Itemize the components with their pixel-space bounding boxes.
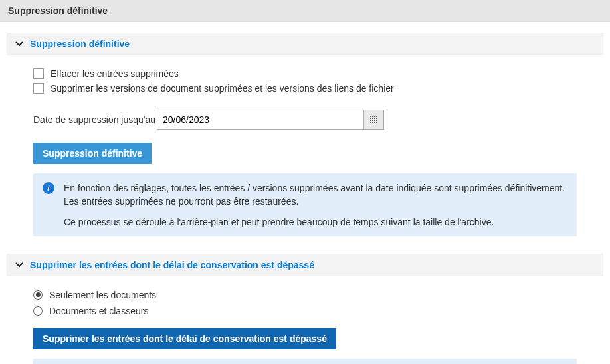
info-box: i Les entrées sont marquées comme étant … — [33, 359, 577, 364]
svg-rect-4 — [370, 118, 371, 119]
checkbox-icon — [33, 68, 44, 79]
radio-icon — [33, 290, 43, 300]
info-icon: i — [43, 182, 54, 194]
section-retention-expired: Supprimer les entrées dont le délai de c… — [7, 254, 603, 364]
permanent-delete-button[interactable]: Suppression définitive — [33, 143, 152, 164]
svg-rect-8 — [370, 120, 371, 121]
svg-rect-9 — [372, 120, 373, 121]
svg-rect-15 — [376, 122, 377, 123]
radio-icon — [33, 306, 43, 316]
info-text: En fonction des réglages, toutes les ent… — [64, 181, 567, 228]
info-paragraph: En fonction des réglages, toutes les ent… — [64, 181, 567, 209]
svg-rect-7 — [376, 118, 377, 119]
chevron-down-icon — [15, 40, 23, 48]
page-title: Suppression définitive — [0, 0, 610, 22]
chevron-down-icon — [15, 261, 23, 269]
date-row: Date de suppression jusqu'au — [33, 110, 577, 130]
section-header-retention-expired[interactable]: Supprimer les entrées dont le délai de c… — [7, 254, 603, 276]
svg-rect-2 — [374, 116, 375, 117]
checkbox-label: Supprimer les versions de document suppr… — [51, 83, 394, 94]
section-title: Supprimer les entrées dont le délai de c… — [30, 260, 314, 270]
svg-rect-1 — [372, 116, 373, 117]
checkbox-delete-versions[interactable]: Supprimer les versions de document suppr… — [33, 83, 577, 94]
svg-rect-12 — [370, 122, 371, 123]
date-input[interactable] — [157, 110, 363, 129]
section-title: Suppression définitive — [30, 39, 130, 49]
section-permanent-delete: Suppression définitive Effacer les entré… — [7, 33, 603, 243]
svg-rect-6 — [374, 118, 375, 119]
svg-rect-0 — [370, 116, 371, 117]
svg-rect-5 — [372, 118, 373, 119]
info-paragraph: Ce processus se déroule à l'arrière-plan… — [64, 215, 567, 228]
date-picker-button[interactable] — [363, 110, 383, 129]
checkbox-icon — [33, 83, 44, 94]
date-field — [157, 110, 384, 130]
svg-rect-14 — [374, 122, 375, 123]
date-label: Date de suppression jusqu'au — [33, 114, 157, 125]
svg-rect-13 — [372, 122, 373, 123]
section-header-permanent-delete[interactable]: Suppression définitive — [7, 33, 603, 55]
radio-documents-and-folders[interactable]: Documents et classeurs — [33, 306, 577, 316]
scope-radio-group: Seulement les documents Documents et cla… — [33, 290, 577, 316]
info-box: i En fonction des réglages, toutes les e… — [33, 173, 577, 236]
section-body: Seulement les documents Documents et cla… — [7, 276, 603, 364]
checkbox-clear-deleted[interactable]: Effacer les entrées supprimées — [33, 68, 577, 79]
svg-rect-3 — [376, 116, 377, 117]
radio-label: Documents et classeurs — [49, 306, 148, 316]
svg-rect-10 — [374, 120, 375, 121]
svg-rect-11 — [376, 120, 377, 121]
radio-documents-only[interactable]: Seulement les documents — [33, 290, 577, 300]
radio-label: Seulement les documents — [49, 290, 156, 300]
section-body: Effacer les entrées supprimées Supprimer… — [7, 55, 603, 243]
checkbox-label: Effacer les entrées supprimées — [51, 68, 179, 79]
delete-expired-button[interactable]: Supprimer les entrées dont le délai de c… — [33, 328, 336, 349]
